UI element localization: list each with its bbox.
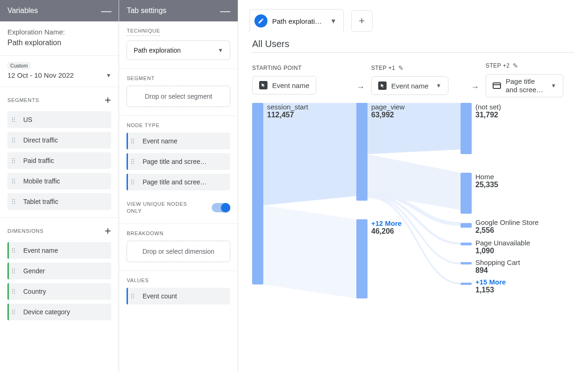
tab-label: Path explorati…	[272, 17, 322, 25]
node-s2b-value: 25,335	[475, 181, 498, 189]
technique-label[interactable]: TECHNIQUE	[127, 28, 160, 36]
edit-step2-button[interactable]: ✎	[513, 62, 519, 69]
node-start[interactable]: session_start 112,457	[267, 103, 308, 119]
node-s2c-value: 2,556	[475, 226, 539, 235]
collapse-tabsettings-button[interactable]: —	[220, 8, 230, 14]
dimension-chip-gender[interactable]: Gender	[7, 263, 111, 279]
grip-icon	[12, 310, 19, 314]
segment-chip-direct[interactable]: Direct traffic	[7, 132, 111, 149]
node-s1b-label: +12 More	[371, 219, 401, 227]
date-badge: Custom	[7, 62, 31, 69]
values-section: VALUES Event count	[119, 271, 238, 308]
starting-point-select[interactable]: Event name	[252, 76, 316, 95]
step2-select[interactable]: Page title and scree… ▼	[486, 74, 563, 97]
step2-header-text: STEP +2	[486, 62, 510, 69]
node-bar-s2e[interactable]	[461, 262, 472, 264]
breakdown-dropzone[interactable]: Drop or select dimension	[127, 241, 230, 262]
node-bar-s2b[interactable]	[461, 173, 472, 214]
dimension-chip-event[interactable]: Event name	[7, 242, 111, 259]
segment-dropzone[interactable]: Drop or select segment	[127, 86, 230, 107]
node-s2b[interactable]: Home 25,335	[475, 173, 498, 189]
node-s1a-label: page_view	[371, 103, 405, 111]
node-bar-s2d[interactable]	[461, 243, 472, 245]
step2-box-line2: and scree…	[506, 86, 543, 94]
add-segment-button[interactable]: +	[105, 94, 112, 107]
starting-box-label: Event name	[272, 81, 309, 89]
step1-caret-icon: ▼	[436, 82, 441, 89]
grip-icon	[12, 158, 19, 163]
step1-header-text: STEP +1	[371, 65, 395, 71]
unique-label: VIEW UNIQUE NODES ONLY	[127, 201, 192, 215]
node-s1a-value: 63,992	[371, 111, 405, 119]
node-s2e[interactable]: Shopping Cart 894	[475, 258, 520, 275]
collapse-variables-button[interactable]: —	[101, 8, 111, 14]
variables-title: Variables	[7, 7, 38, 15]
node-s2b-label: Home	[475, 173, 498, 181]
node-s1b[interactable]: +12 More 46,206	[371, 219, 401, 236]
tab-caret-icon[interactable]: ▼	[330, 17, 337, 25]
date-row[interactable]: 12 Oct - 10 Nov 2022 ▼	[7, 71, 111, 79]
exploration-name-value[interactable]: Path exploration	[7, 39, 111, 54]
node-bar-s2a[interactable]	[461, 103, 472, 154]
tabsettings-title: Tab settings	[127, 7, 166, 15]
tabsettings-header: Tab settings —	[119, 0, 238, 21]
dimension-chip-device[interactable]: Device category	[7, 304, 111, 320]
nodetype-label: NODE TYPE	[127, 122, 230, 128]
dimension-chip-country[interactable]: Country	[7, 283, 111, 300]
segment-label: SEGMENT	[127, 75, 230, 81]
edit-step1-button[interactable]: ✎	[398, 64, 404, 72]
nodetype-chip-page1[interactable]: Page title and scree…	[127, 153, 230, 170]
step-plus1: STEP +1 ✎ Event name ▼	[371, 64, 464, 95]
grip-icon	[12, 269, 19, 273]
grip-icon	[12, 117, 19, 122]
node-s2a[interactable]: (not set) 31,792	[475, 103, 501, 119]
node-s1a[interactable]: page_view 63,992	[371, 103, 405, 119]
node-s2f-label: +15 More	[475, 278, 506, 286]
breakdown-section: BREAKDOWN Drop or select dimension	[119, 224, 238, 271]
technique-caret-icon: ▼	[218, 47, 223, 54]
node-s2c[interactable]: Google Online Store 2,556	[475, 218, 539, 235]
step-plus2: STEP +2 ✎ Page title and scree… ▼	[486, 62, 574, 97]
edit-icon	[254, 14, 267, 27]
nodetype-chip-page2[interactable]: Page title and scree…	[127, 174, 230, 190]
technique-section: TECHNIQUE Path exploration ▼	[119, 21, 238, 69]
node-start-value: 112,457	[267, 111, 308, 119]
step2-header: STEP +2 ✎	[486, 62, 518, 69]
step-starting: STARTING POINT Event name	[252, 65, 350, 95]
technique-select[interactable]: Path exploration ▼	[127, 41, 230, 60]
date-caret-icon: ▼	[106, 72, 112, 79]
node-s2c-label: Google Online Store	[475, 218, 539, 226]
grip-icon	[12, 179, 19, 183]
segment-section: SEGMENT Drop or select segment	[119, 69, 238, 116]
unique-toggle-row: VIEW UNIQUE NODES ONLY	[127, 201, 230, 223]
node-s2d[interactable]: Page Unavailable 1,090	[475, 239, 530, 255]
grip-icon	[131, 180, 138, 184]
tab-path-exploration[interactable]: Path explorati… ▼	[249, 9, 344, 32]
node-bar-s1b-real[interactable]	[356, 219, 368, 298]
page-icon	[493, 82, 501, 89]
node-bar-s1b[interactable]	[356, 103, 368, 182]
new-tab-button[interactable]: +	[351, 10, 373, 32]
starting-point-header: STARTING POINT	[252, 65, 302, 71]
toggle-knob	[221, 203, 230, 212]
values-chip-event-count[interactable]: Event count	[127, 288, 230, 304]
steps-row: STARTING POINT Event name → STEP +1 ✎ Ev…	[252, 62, 574, 97]
step1-select[interactable]: Event name ▼	[371, 76, 448, 95]
segment-chip-paid[interactable]: Paid traffic	[7, 152, 111, 169]
exploration-name-label: Exploration Name:	[7, 28, 111, 39]
step2-caret-icon: ▼	[551, 82, 556, 89]
date-range-block[interactable]: Custom 12 Oct - 10 Nov 2022 ▼	[0, 56, 119, 87]
unique-toggle[interactable]	[212, 203, 230, 212]
nodetype-chip-event[interactable]: Event name	[127, 133, 230, 149]
node-bar-s2f[interactable]	[461, 283, 472, 285]
node-bar-s2c[interactable]	[461, 223, 472, 228]
segment-chip-mobile[interactable]: Mobile traffic	[7, 173, 111, 189]
step2-box-line1: Page title	[506, 77, 543, 86]
segment-chip-tablet[interactable]: Tablet traffic	[7, 193, 111, 210]
node-s2f[interactable]: +15 More 1,153	[475, 278, 506, 294]
node-bar-start[interactable]	[252, 103, 263, 284]
segments-label: SEGMENTS +	[7, 94, 111, 107]
arrow-icon: →	[354, 82, 368, 92]
add-dimension-button[interactable]: +	[105, 224, 112, 237]
segment-chip-us[interactable]: US	[7, 111, 111, 128]
